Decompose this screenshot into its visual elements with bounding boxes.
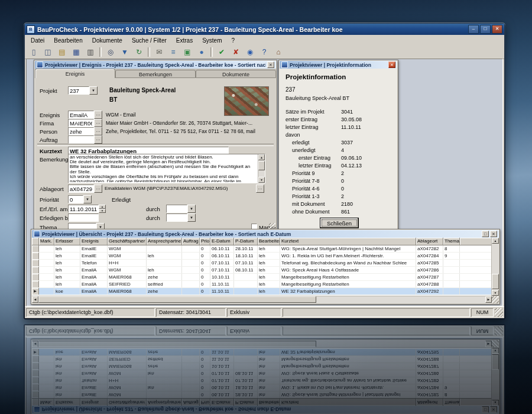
ablageort-lookup-button[interactable]: … xyxy=(94,185,102,193)
ereignis-titlebar[interactable]: Projektviewer | Ereignis - Projekt 237 -… xyxy=(35,61,276,69)
copy-document-icon[interactable]: ◫ xyxy=(41,46,54,58)
table-row[interactable]: lehEmailEWGMleh006.10.1118.10.11lehWG: 1… xyxy=(32,253,492,260)
menu-item-extras[interactable]: Extras xyxy=(171,36,197,45)
vertical-scrollbar-thumb[interactable] xyxy=(492,274,499,289)
column-header-p-datum[interactable]: P-Datum xyxy=(234,238,258,245)
bemerkung-scrollbar[interactable]: ▲ ▼ xyxy=(258,154,265,183)
photo-icon[interactable]: ▣ xyxy=(181,46,194,58)
menu-item-datei[interactable]: Datei xyxy=(26,36,49,45)
globe-icon[interactable]: ● xyxy=(195,46,208,58)
scrollbar-thumb[interactable] xyxy=(258,161,265,170)
table-row[interactable]: lehEmailAMAIER068zehe010.10.11lehMangelb… xyxy=(32,274,492,281)
minimize-button[interactable]: – xyxy=(468,25,479,34)
column-header-kurztext[interactable]: Kurztext xyxy=(280,238,416,245)
table-row[interactable]: lehEmailAWGMleh007.10.1108.10.11lehWG: S… xyxy=(32,267,492,274)
window-resize-grip[interactable] xyxy=(495,308,503,317)
projekt-input[interactable] xyxy=(68,86,89,95)
column-header-ereignis[interactable]: Ereignis xyxy=(80,238,108,245)
vertical-scrollbar[interactable]: ▲ ▼ xyxy=(491,238,499,296)
info-titlebar[interactable]: Projektviewer | Projektinformation ✕ xyxy=(280,61,397,69)
ablageort-open-button[interactable]: … xyxy=(256,185,264,193)
person-lookup-button[interactable]: … xyxy=(94,127,102,135)
refresh-icon[interactable]: ↻ xyxy=(132,46,145,58)
spin-up-icon[interactable]: ▲ xyxy=(99,205,106,209)
person-input[interactable] xyxy=(68,127,94,135)
firma-lookup-button[interactable]: … xyxy=(94,119,102,127)
durch-input-2[interactable] xyxy=(166,214,187,222)
horizontal-scrollbar[interactable]: ◀ ▶ xyxy=(32,296,492,303)
horizontal-scrollbar-thumb[interactable] xyxy=(38,296,316,303)
print-icon[interactable]: ▥ xyxy=(84,46,97,58)
column-header-auftrag[interactable]: Auftrag xyxy=(182,238,200,245)
scroll-right-button[interactable]: ▶ xyxy=(485,296,492,303)
info-close-button[interactable]: ✕ xyxy=(388,62,395,68)
delete-icon[interactable]: ✘ xyxy=(229,46,242,58)
date-spinner[interactable]: ▲▼ xyxy=(99,205,106,213)
firma-input[interactable] xyxy=(68,119,94,127)
prioritaet-input[interactable] xyxy=(68,195,83,203)
help-icon[interactable]: ? xyxy=(258,46,271,58)
info-icon[interactable]: ◉ xyxy=(244,46,257,58)
uebersicht-titlebar[interactable]: Projektviewer | Übersicht - Projekt 237 … xyxy=(32,230,499,238)
column-header-ansprechpartner[interactable]: Ansprechpartner xyxy=(147,238,182,245)
table-row[interactable]: lehEmailASEIFRIEDseifried011.10.11lehMan… xyxy=(32,281,492,288)
durch-dropdown-2[interactable]: ▼ xyxy=(187,214,196,222)
prioritaet-dropdown-button[interactable]: ▼ xyxy=(83,195,92,203)
maximize-button[interactable]: □ xyxy=(480,25,491,34)
email-icon[interactable]: ✉ xyxy=(153,46,166,58)
column-header-ablageort[interactable]: Ablageort xyxy=(416,238,443,245)
tab-dokumente[interactable]: Dokumente xyxy=(196,70,276,78)
table-cell: Mangelbeseitigung Restarbeiten xyxy=(280,274,416,280)
ablageort-input[interactable] xyxy=(68,185,94,193)
title-bar[interactable]: B BauProCheck - Projektviewer 9.0.00 | S… xyxy=(25,24,504,35)
auftrag-input[interactable] xyxy=(68,135,94,144)
menu-item-system[interactable]: System xyxy=(197,36,226,45)
durch-input-1[interactable] xyxy=(166,205,187,213)
column-header-mark-[interactable]: Mark. xyxy=(39,238,54,245)
menu-item-dokumente[interactable]: Dokumente xyxy=(87,36,127,45)
scroll-down-button[interactable]: ▼ xyxy=(492,290,499,296)
auftrag-lookup-button[interactable]: … xyxy=(94,135,102,144)
ereignis-input[interactable] xyxy=(68,111,94,119)
scroll-up-button[interactable]: ▲ xyxy=(492,238,499,244)
uebersicht-maximize-button[interactable]: □ xyxy=(482,231,489,237)
document-list-icon[interactable]: ≡ xyxy=(167,46,180,58)
filter-icon[interactable]: ▼ xyxy=(118,46,131,58)
menu-item-hilfe[interactable]: ? xyxy=(226,36,239,45)
menu-item-bearbeiten[interactable]: Bearbeiten xyxy=(49,36,87,45)
tab-ereignis[interactable]: Ereignis xyxy=(35,69,115,78)
table-row[interactable]: lehTelefonH+H007.10.1107.10.11lehTelefon… xyxy=(32,260,492,267)
menu-item-suche-filter[interactable]: Suche / Filter xyxy=(127,36,171,45)
search-icon[interactable]: ◎ xyxy=(104,46,117,58)
table-row[interactable]: lehEmailEWGM006.10.1128.10.11lehWG: Spec… xyxy=(32,245,492,253)
bemerkung-textarea[interactable]: an verschiedenen Stellen löst sich der S… xyxy=(68,154,265,183)
column-header-erfasser[interactable]: Erfasser xyxy=(54,238,80,245)
erledigen-bis-input[interactable] xyxy=(68,214,99,222)
erf-erl-date-input[interactable] xyxy=(68,205,99,213)
save-icon[interactable]: ▦ xyxy=(70,46,83,58)
check-icon[interactable]: ✔ xyxy=(215,46,228,58)
ereignis-lookup-button[interactable]: … xyxy=(94,111,102,119)
spin-down-icon[interactable]: ▼ xyxy=(99,209,106,213)
durch-dropdown-1[interactable]: ▼ xyxy=(187,205,196,213)
column-header-bearbeiter[interactable]: Bearbeiter xyxy=(258,238,280,245)
uebersicht-resize-grip[interactable] xyxy=(492,296,499,303)
schliessen-button[interactable]: Schließen xyxy=(320,218,359,228)
uebersicht-close-button[interactable]: ✕ xyxy=(490,231,497,237)
table-row[interactable]: ▶koeEmailAMAIER068zehe011.10.11lehWE 32 … xyxy=(32,288,492,295)
column-header-prio-[interactable]: Prio. xyxy=(200,238,210,245)
column-header-thema[interactable]: Thema xyxy=(443,238,460,245)
column-header-geschäftspartner[interactable]: Geschäftspartner xyxy=(108,238,147,245)
projekt-dropdown-button[interactable]: ▼ xyxy=(89,86,98,95)
scroll-down-button[interactable]: ▼ xyxy=(258,177,265,183)
exit-icon[interactable]: ⌂ xyxy=(272,46,285,58)
scroll-up-button[interactable]: ▲ xyxy=(258,154,265,160)
new-document-icon[interactable]: ▯ xyxy=(27,46,40,58)
scroll-left-button[interactable]: ◀ xyxy=(32,296,38,303)
project-photo[interactable] xyxy=(224,86,269,116)
column-header-e-datum[interactable]: E-Datum xyxy=(210,238,234,245)
tab-bemerkungen[interactable]: Bemerkungen xyxy=(115,70,196,78)
ereignis-close-button[interactable]: ✕ xyxy=(267,62,274,68)
close-button[interactable]: ✕ xyxy=(492,25,502,34)
open-folder-icon[interactable]: ▤ xyxy=(56,46,69,58)
